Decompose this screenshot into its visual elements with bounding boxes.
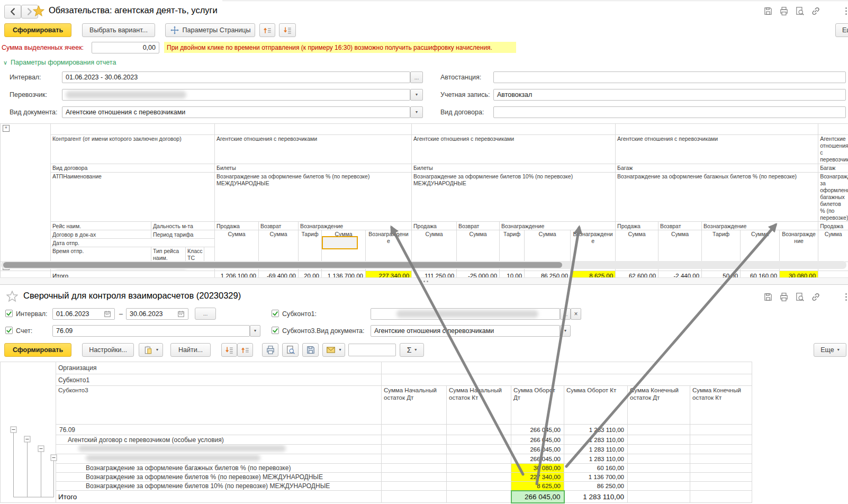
col-header: Тариф: [702, 230, 741, 262]
subconto1-clear-button[interactable]: ×: [571, 308, 581, 320]
carrier-field[interactable]: [62, 89, 410, 101]
print-icon[interactable]: [779, 6, 789, 16]
favorite-star-icon[interactable]: [33, 5, 44, 17]
cell[interactable]: 266 045,00: [511, 454, 564, 464]
account2-dropdown-button[interactable]: ▾: [250, 325, 260, 337]
cell[interactable]: 60 160,00: [564, 464, 628, 473]
grouping-tree-column: [1, 362, 56, 503]
account2-field[interactable]: 76.09: [52, 325, 250, 337]
choose-variant-button[interactable]: Выбрать вариант...: [82, 23, 155, 37]
date-from-field[interactable]: 01.06.2023: [52, 308, 115, 320]
table-row: 266 045,00 1 283 110,00: [1, 445, 752, 454]
total-highlighted-cell[interactable]: 266 045,00: [511, 491, 564, 503]
collapse-groups-button[interactable]: [259, 23, 275, 37]
autosum-button[interactable]: Σ ▾: [400, 343, 424, 357]
report-params-section[interactable]: ∨ Параметры формирования отчета: [3, 59, 116, 66]
cell[interactable]: 1 283 110,00: [564, 445, 628, 454]
table-row: 76.09 266 045,00 1 283 110,00: [1, 425, 752, 435]
cell[interactable]: 1 283 110,00: [564, 435, 628, 445]
contract-row-name[interactable]: Агентский договор с перевозчиком (особые…: [56, 435, 382, 445]
save-icon[interactable]: [763, 6, 773, 16]
subconto3-checkbox[interactable]: [272, 327, 279, 334]
cell[interactable]: 1 283 110,00: [564, 425, 628, 435]
quick-search-input[interactable]: [348, 344, 396, 356]
send-email-button[interactable]: ▾: [322, 343, 345, 357]
subconto1-field[interactable]: [371, 308, 560, 320]
interval-field[interactable]: 01.06.2023 - 30.06.2023: [62, 71, 410, 83]
save2-button[interactable]: [302, 343, 319, 357]
subconto3-field[interactable]: Агентские отношения с перевозчиками: [371, 325, 560, 337]
redacted-row-name[interactable]: [56, 454, 382, 464]
cell[interactable]: 266 045,00: [511, 425, 564, 435]
link-icon[interactable]: [811, 6, 820, 16]
calendar-icon[interactable]: [177, 310, 185, 318]
save-icon[interactable]: [763, 292, 773, 302]
back-button[interactable]: [4, 5, 21, 19]
favorite-star-outline-icon[interactable]: [6, 291, 18, 302]
account-row-name[interactable]: 76.09: [56, 425, 382, 435]
fee-row-name[interactable]: Вознаграждение за оформление билетов 10%…: [56, 482, 382, 491]
interval-picker-button[interactable]: ...: [410, 71, 423, 83]
fee-row-name[interactable]: Вознаграждение за оформление багажных би…: [56, 464, 382, 473]
interval-checkbox[interactable]: [5, 310, 13, 317]
contract-type-field[interactable]: [493, 106, 846, 118]
print-icon[interactable]: [779, 292, 789, 302]
col-header: Продажа: [616, 222, 658, 230]
doc-type-dropdown-button[interactable]: ▾: [410, 106, 423, 118]
col-header: Тип рейса наим.: [151, 247, 186, 262]
preview-icon[interactable]: [795, 292, 805, 302]
collapse-groups2-button[interactable]: [237, 343, 253, 357]
date-to-field[interactable]: 30.06.2023: [126, 308, 188, 320]
interval-more-button[interactable]: ...: [195, 308, 216, 320]
expand-groups-button[interactable]: [279, 23, 296, 37]
account2-checkbox[interactable]: [5, 327, 13, 334]
more-dots-icon[interactable]: [844, 6, 848, 16]
preview-icon[interactable]: [795, 6, 805, 16]
subconto1-picker-button[interactable]: ...: [560, 308, 571, 320]
expand-groups2-button[interactable]: [221, 343, 237, 357]
row-header: АТПНаименование: [51, 172, 215, 222]
carrier-dropdown-button[interactable]: ▾: [410, 89, 423, 101]
calendar-icon[interactable]: [104, 310, 111, 318]
subconto3-dropdown-button[interactable]: ▾: [560, 325, 571, 337]
redacted-row-name[interactable]: [56, 445, 382, 454]
more-label: Еще: [820, 346, 834, 354]
account-field[interactable]: Автовокзал: [493, 89, 846, 101]
cell[interactable]: 266 045,00: [511, 445, 564, 454]
preview2-button[interactable]: [282, 343, 299, 357]
copy-settings-button[interactable]: ▾: [139, 343, 163, 357]
cell[interactable]: 86 250,00: [564, 482, 628, 491]
group3-category: Багаж: [616, 164, 818, 172]
highlighted-cell[interactable]: 30 080,00: [511, 464, 564, 473]
total-label-cell[interactable]: Итого: [56, 491, 382, 503]
cell[interactable]: 1 136 700,00: [564, 473, 628, 482]
active-cell-cursor[interactable]: [322, 236, 358, 249]
col-header: Возврат: [259, 222, 299, 230]
redacted-text: [396, 310, 538, 318]
cell[interactable]: 1 283 110,00: [564, 491, 628, 503]
more-button-window2[interactable]: Еще ▾: [814, 343, 846, 357]
cell[interactable]: 266 045,00: [511, 435, 564, 445]
subconto1-checkbox[interactable]: [272, 310, 279, 317]
expand-all-icon[interactable]: +: [3, 125, 10, 132]
find-button[interactable]: Найти...: [170, 343, 211, 357]
settings-button[interactable]: Настройки...: [82, 343, 134, 357]
selected-sum-value[interactable]: 0,00: [92, 42, 159, 53]
more-button-window1[interactable]: Еще: [835, 23, 848, 37]
expand-groups-icon: [224, 345, 234, 355]
window-splitter[interactable]: [0, 277, 848, 285]
generate-button[interactable]: Сформировать: [4, 23, 71, 37]
station-field[interactable]: [493, 71, 846, 83]
doc-type-field[interactable]: Агентские отношения с перевозчиками: [62, 106, 410, 118]
link-icon[interactable]: [811, 292, 820, 302]
more-dots-icon[interactable]: [844, 292, 848, 302]
generate2-button[interactable]: Сформировать: [4, 343, 71, 357]
print2-button[interactable]: [262, 343, 278, 357]
cell[interactable]: 1 283 110,00: [564, 454, 628, 464]
highlighted-cell[interactable]: 227 340,00: [511, 473, 564, 482]
fee-row-name[interactable]: Вознаграждение за оформление билетов % (…: [56, 473, 382, 482]
col-header: Вознаграждение: [702, 222, 818, 230]
horizontal-scrollbar-thumb[interactable]: [3, 262, 562, 268]
page-params-button[interactable]: Параметры Страницы: [165, 23, 255, 37]
highlighted-cell[interactable]: 8 625,00: [511, 482, 564, 491]
